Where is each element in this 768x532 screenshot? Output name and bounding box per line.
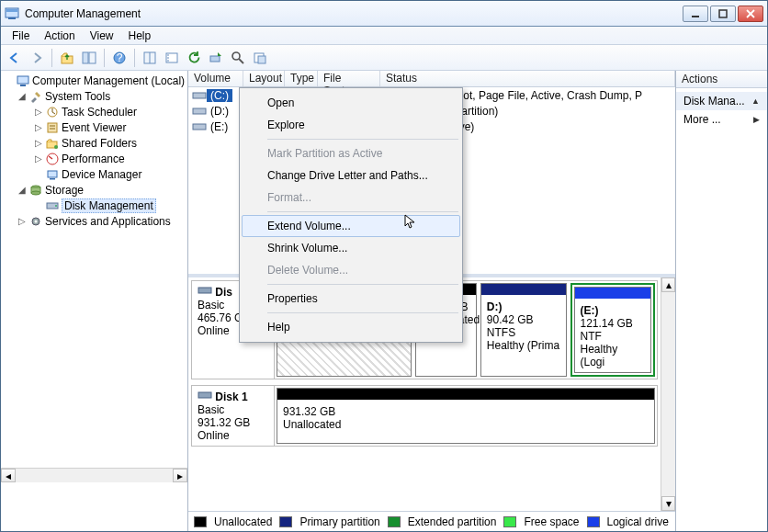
legend-swatch-free <box>503 516 516 527</box>
refresh-button[interactable] <box>184 48 204 68</box>
ctx-format: Format... <box>242 187 460 209</box>
settings-button[interactable] <box>162 48 182 68</box>
svg-rect-15 <box>210 56 220 62</box>
col-filesystem[interactable]: File System <box>318 71 380 86</box>
action-list-button[interactable] <box>250 48 270 68</box>
up-button[interactable] <box>57 48 77 68</box>
svg-rect-40 <box>198 392 211 398</box>
menu-action[interactable]: Action <box>37 28 82 44</box>
clock-icon <box>45 105 60 119</box>
services-icon <box>28 214 43 229</box>
tree-storage[interactable]: ◢ Storage <box>1 182 187 198</box>
menu-view[interactable]: View <box>83 28 121 44</box>
svg-rect-4 <box>719 10 727 17</box>
svg-point-33 <box>55 205 57 207</box>
partition-box[interactable]: (E:)121.14 GB NTFHealthy (Logi <box>574 287 652 373</box>
legend-swatch-logical <box>587 516 600 527</box>
ctx-change-letter[interactable]: Change Drive Letter and Paths... <box>242 164 460 187</box>
chevron-up-icon: ▲ <box>751 96 760 106</box>
actions-more[interactable]: More ...▶ <box>676 110 767 129</box>
svg-rect-1 <box>6 9 17 12</box>
volume-icon <box>192 90 207 101</box>
col-layout[interactable]: Layout <box>243 71 285 86</box>
svg-rect-28 <box>50 178 55 180</box>
actions-disk-management[interactable]: Disk Mana...▲ <box>676 92 767 110</box>
tree-root[interactable]: Computer Management (Local) <box>1 73 187 88</box>
disk-info: Disk 1 Basic 931.32 GB Online <box>192 386 275 446</box>
svg-line-17 <box>239 59 243 63</box>
device-manager-icon <box>45 167 60 182</box>
svg-rect-20 <box>17 76 28 84</box>
col-volume[interactable]: Volume <box>188 71 243 86</box>
actions-header: Actions <box>676 71 767 88</box>
disk-row-1[interactable]: Disk 1 Basic 931.32 GB Online 931.32 GBU… <box>191 385 658 447</box>
ctx-shrink-volume[interactable]: Shrink Volume... <box>242 237 460 259</box>
chevron-right-icon: ▶ <box>753 115 760 124</box>
svg-rect-8 <box>83 52 88 63</box>
tree-device-manager[interactable]: Device Manager <box>1 166 187 182</box>
col-type[interactable]: Type <box>285 71 318 86</box>
svg-rect-36 <box>193 93 206 98</box>
svg-point-16 <box>232 52 240 60</box>
ctx-properties[interactable]: Properties <box>242 288 460 310</box>
volume-context-menu: Open Explore Mark Partition as Active Ch… <box>239 87 463 343</box>
title-bar: Computer Management <box>1 1 767 27</box>
tree-system-tools[interactable]: ◢ System Tools <box>1 88 187 104</box>
ctx-explore[interactable]: Explore <box>242 114 460 136</box>
disk-view-vertical-scrollbar[interactable]: ▴▾ <box>661 277 675 511</box>
svg-point-35 <box>35 220 38 222</box>
window-title: Computer Management <box>25 7 683 20</box>
tree-shared-folders[interactable]: ▷ Shared Folders <box>1 135 187 151</box>
event-viewer-icon <box>45 120 60 135</box>
tree-services-applications[interactable]: ▷ Services and Applications <box>1 213 187 229</box>
svg-rect-9 <box>89 52 96 63</box>
svg-rect-23 <box>48 123 57 132</box>
svg-text:?: ? <box>117 51 123 64</box>
rescan-disks-button[interactable] <box>206 48 226 68</box>
forward-button[interactable] <box>27 48 47 68</box>
tree-event-viewer[interactable]: ▷ Event Viewer <box>1 119 187 135</box>
tree-performance[interactable]: ▷ Performance <box>1 151 187 166</box>
view-options-button[interactable] <box>140 48 160 68</box>
maximize-button[interactable] <box>710 6 736 22</box>
disk-management-icon <box>45 198 60 213</box>
partition-box[interactable]: 931.32 GBUnallocated <box>277 388 655 444</box>
extended-partition[interactable]: (E:)121.14 GB NTFHealthy (Logi <box>570 283 656 377</box>
ctx-delete-volume: Delete Volume... <box>242 259 460 281</box>
disk-legend: Unallocated Primary partition Extended p… <box>188 511 675 531</box>
console-tree[interactable]: Computer Management (Local) ◢ System Too… <box>1 71 188 531</box>
ctx-help[interactable]: Help <box>242 316 460 338</box>
svg-rect-19 <box>258 56 265 63</box>
menu-file[interactable]: File <box>5 28 37 44</box>
svg-rect-39 <box>198 288 211 293</box>
tools-icon <box>28 89 43 104</box>
help-button[interactable]: ? <box>109 48 130 68</box>
find-button[interactable] <box>228 48 248 68</box>
app-icon <box>5 6 19 21</box>
disk-icon <box>198 285 212 298</box>
legend-swatch-primary <box>279 516 292 527</box>
console-icon <box>16 74 30 88</box>
tree-disk-management[interactable]: Disk Management <box>1 198 187 213</box>
tree-horizontal-scrollbar[interactable]: ◂▸ <box>1 468 187 482</box>
col-status[interactable]: Status <box>380 71 675 86</box>
svg-rect-21 <box>20 85 26 86</box>
disk-icon <box>198 390 212 402</box>
tree-task-scheduler[interactable]: ▷ Task Scheduler <box>1 104 187 119</box>
volume-icon <box>192 106 207 117</box>
minimize-button[interactable] <box>683 6 708 22</box>
close-button[interactable] <box>738 6 763 22</box>
svg-rect-37 <box>193 108 206 114</box>
show-hide-tree-button[interactable] <box>79 48 99 68</box>
shared-folders-icon <box>45 136 60 151</box>
legend-swatch-extended <box>388 516 401 527</box>
svg-rect-27 <box>48 171 57 177</box>
back-button[interactable] <box>5 48 25 68</box>
ctx-mark-active: Mark Partition as Active <box>242 142 460 164</box>
volume-list[interactable]: (C:) , Boot, Page File, Active, Crash Du… <box>188 87 675 277</box>
ctx-extend-volume[interactable]: Extend Volume... <box>242 215 460 237</box>
partition-box[interactable]: D:)90.42 GB NTFSHealthy (Prima <box>480 283 567 377</box>
menu-help[interactable]: Help <box>121 28 159 44</box>
ctx-open[interactable]: Open <box>242 92 460 114</box>
toolbar: ? <box>1 45 767 71</box>
